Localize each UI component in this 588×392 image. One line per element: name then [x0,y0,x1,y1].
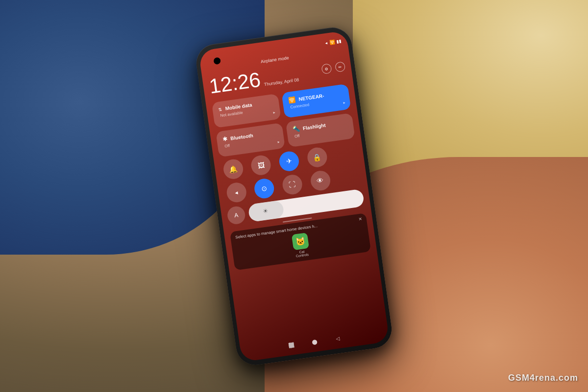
focus-icon: ⊙ [261,184,268,193]
expand-btn[interactable]: ⛶ [279,173,306,196]
eye-btn[interactable]: 👁 [307,169,334,192]
brightness-sun-icon: ☀ [262,207,269,214]
location-btn[interactable]: ◂ [223,181,250,204]
settings-icon-btn[interactable]: ⚙ [321,63,332,74]
location-icon: ◂ [235,188,239,196]
focus-circle: ⊙ [253,177,275,199]
bell-btn[interactable]: 🔔 [220,157,247,181]
airplane-btn[interactable]: ✈ [276,150,303,173]
bluetooth-tile[interactable]: ✱ Bluetooth Off ▸ [216,123,285,157]
gsmarena-watermark: GSM4rena.com [508,373,578,383]
lock-btn[interactable]: 🔒 [304,146,331,169]
screenshot-btn[interactable]: 🖼 [248,154,275,177]
expand-icon: ⛶ [289,180,296,189]
screenshot-icon: 🖼 [257,160,265,169]
clock-time: 12:26 [208,69,262,97]
flashlight-title: Flashlight [302,122,326,131]
edit-icon-btn[interactable]: ✏ [335,61,346,73]
eye-icon: 👁 [317,176,324,185]
focus-btn[interactable]: ⊙ [251,177,278,200]
wifi-tile-title: NETGEAR- [298,93,324,102]
bluetooth-icon: ✱ [222,135,228,142]
cat-controls-icon: 🐱 [292,233,309,250]
bell-icon: 🔔 [228,164,238,173]
nav-home-btn[interactable]: ⬤ [309,336,319,346]
airplane-circle: ✈ [278,150,300,172]
quick-action-icons: ⚙ ✏ [321,61,345,74]
lock-circle: 🔒 [306,146,328,168]
bluetooth-title: Bluetooth [230,132,254,140]
bluetooth-arrow: ▸ [277,139,280,144]
eye-circle: 👁 [309,169,331,191]
arrow-left-icon: ◂ [325,40,328,46]
flashlight-tile[interactable]: 🔦 Flashlight Off [286,112,355,147]
control-center: 12:26 Thursday, April 08 ⚙ ✏ ⇅ Mobile d [208,57,381,342]
cat-controls-label: Cat Controls [293,249,312,258]
wifi-tile[interactable]: 🛜 NETGEAR- Connected ▸ [281,83,351,118]
flashlight-icon: 🔦 [292,125,300,133]
font-size-icon: A [234,211,239,219]
bell-circle: 🔔 [222,158,244,180]
location-circle: ◂ [225,181,247,203]
mobile-data-tile[interactable]: ⇅ Mobile data Not available ▸ [212,93,281,128]
cat-controls-app[interactable]: 🐱 Cat Controls [291,232,311,258]
wifi-tile-arrow: ▸ [343,100,345,105]
nav-square-btn[interactable]: ⬜ [286,340,296,349]
font-size-btn[interactable]: A [226,205,246,225]
wifi-status-icon: 🛜 [329,39,335,45]
lock-icon: 🔒 [312,153,321,161]
mobile-data-icon: ⇅ [218,106,222,112]
clock-date: Thursday, April 08 [264,77,299,87]
airplane-mode-icon: ✈ [286,157,293,165]
expand-circle: ⛶ [281,173,303,195]
nav-back-btn[interactable]: ◁ [333,333,343,343]
smart-home-close-btn[interactable]: ✕ [358,216,363,222]
wifi-tile-icon: 🛜 [288,96,296,104]
battery-icon: ▮▮ [336,38,342,44]
floor-background [353,0,588,177]
mobile-data-arrow: ▸ [273,110,275,114]
screenshot-circle: 🖼 [250,154,272,176]
